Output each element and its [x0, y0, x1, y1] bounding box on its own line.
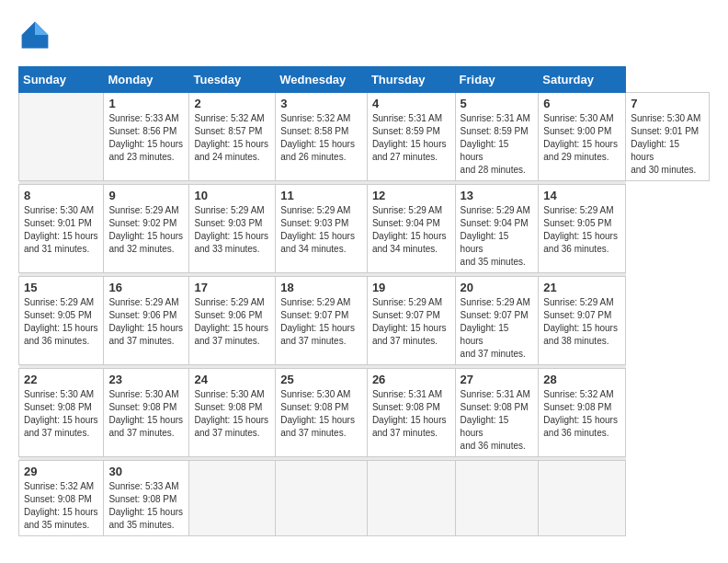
day-info: Sunrise: 5:29 AMSunset: 9:07 PMDaylight:… — [461, 296, 534, 361]
day-number: 26 — [372, 373, 450, 386]
day-number: 28 — [543, 373, 620, 386]
calendar-day: 7Sunrise: 5:30 AMSunset: 9:01 PMDaylight… — [626, 93, 710, 181]
day-info: Sunrise: 5:30 AMSunset: 9:08 PMDaylight:… — [194, 388, 270, 440]
day-info: Sunrise: 5:29 AMSunset: 9:02 PMDaylight:… — [108, 204, 184, 256]
day-info: Sunrise: 5:29 AMSunset: 9:03 PMDaylight:… — [194, 204, 270, 256]
calendar-day: 25Sunrise: 5:30 AMSunset: 9:08 PMDayligh… — [276, 369, 368, 457]
column-header-monday: Monday — [104, 67, 189, 93]
calendar-day: 6Sunrise: 5:30 AMSunset: 9:00 PMDaylight… — [539, 93, 626, 181]
calendar-day — [539, 461, 626, 536]
calendar-day: 2Sunrise: 5:32 AMSunset: 8:57 PMDaylight… — [189, 93, 276, 181]
day-info: Sunrise: 5:32 AMSunset: 8:58 PMDaylight:… — [280, 112, 362, 164]
day-info: Sunrise: 5:31 AMSunset: 8:59 PMDaylight:… — [372, 112, 450, 164]
day-info: Sunrise: 5:30 AMSunset: 9:01 PMDaylight:… — [631, 112, 704, 177]
day-number: 14 — [543, 189, 620, 202]
day-number: 23 — [108, 373, 184, 386]
day-info: Sunrise: 5:31 AMSunset: 9:08 PMDaylight:… — [461, 388, 534, 453]
day-number: 15 — [24, 281, 98, 294]
day-number: 30 — [108, 465, 184, 478]
calendar-day — [19, 93, 104, 181]
day-number: 16 — [108, 281, 184, 294]
calendar-day: 24Sunrise: 5:30 AMSunset: 9:08 PMDayligh… — [189, 369, 276, 457]
day-number: 20 — [461, 281, 534, 294]
day-number: 29 — [24, 465, 98, 478]
calendar-day: 29Sunrise: 5:32 AMSunset: 9:08 PMDayligh… — [19, 461, 104, 536]
day-info: Sunrise: 5:33 AMSunset: 8:56 PMDaylight:… — [108, 112, 184, 164]
calendar-day: 16Sunrise: 5:29 AMSunset: 9:06 PMDayligh… — [104, 277, 189, 365]
day-info: Sunrise: 5:30 AMSunset: 9:01 PMDaylight:… — [24, 204, 98, 256]
calendar-day: 20Sunrise: 5:29 AMSunset: 9:07 PMDayligh… — [455, 277, 539, 365]
day-number: 19 — [372, 281, 450, 294]
day-number: 18 — [280, 281, 362, 294]
day-number: 11 — [280, 189, 362, 202]
page-header — [18, 18, 710, 52]
calendar-day: 19Sunrise: 5:29 AMSunset: 9:07 PMDayligh… — [367, 277, 455, 365]
calendar-day: 1Sunrise: 5:33 AMSunset: 8:56 PMDaylight… — [104, 93, 189, 181]
day-info: Sunrise: 5:29 AMSunset: 9:05 PMDaylight:… — [24, 296, 98, 348]
day-info: Sunrise: 5:29 AMSunset: 9:06 PMDaylight:… — [108, 296, 184, 348]
day-number: 24 — [194, 373, 270, 386]
day-info: Sunrise: 5:30 AMSunset: 9:08 PMDaylight:… — [108, 388, 184, 440]
day-number: 5 — [461, 97, 534, 110]
day-info: Sunrise: 5:29 AMSunset: 9:07 PMDaylight:… — [543, 296, 620, 348]
column-header-wednesday: Wednesday — [276, 67, 368, 93]
calendar-day: 23Sunrise: 5:30 AMSunset: 9:08 PMDayligh… — [104, 369, 189, 457]
calendar-day: 18Sunrise: 5:29 AMSunset: 9:07 PMDayligh… — [276, 277, 368, 365]
calendar-week-row: 29Sunrise: 5:32 AMSunset: 9:08 PMDayligh… — [19, 461, 710, 536]
calendar-day: 28Sunrise: 5:32 AMSunset: 9:08 PMDayligh… — [539, 369, 626, 457]
day-info: Sunrise: 5:29 AMSunset: 9:04 PMDaylight:… — [461, 204, 534, 269]
day-info: Sunrise: 5:32 AMSunset: 9:08 PMDaylight:… — [543, 388, 620, 440]
day-number: 1 — [108, 97, 184, 110]
calendar-day: 15Sunrise: 5:29 AMSunset: 9:05 PMDayligh… — [19, 277, 104, 365]
calendar-day: 22Sunrise: 5:30 AMSunset: 9:08 PMDayligh… — [19, 369, 104, 457]
day-info: Sunrise: 5:29 AMSunset: 9:07 PMDaylight:… — [280, 296, 362, 348]
calendar-day: 27Sunrise: 5:31 AMSunset: 9:08 PMDayligh… — [455, 369, 539, 457]
day-info: Sunrise: 5:32 AMSunset: 8:57 PMDaylight:… — [194, 112, 270, 164]
calendar-day: 11Sunrise: 5:29 AMSunset: 9:03 PMDayligh… — [276, 185, 368, 273]
day-number: 22 — [24, 373, 98, 386]
column-header-sunday: Sunday — [19, 67, 104, 93]
day-info: Sunrise: 5:33 AMSunset: 9:08 PMDaylight:… — [108, 480, 184, 532]
day-number: 27 — [461, 373, 534, 386]
calendar-table: SundayMondayTuesdayWednesdayThursdayFrid… — [18, 66, 710, 536]
calendar-week-row: 22Sunrise: 5:30 AMSunset: 9:08 PMDayligh… — [19, 369, 710, 457]
day-info: Sunrise: 5:29 AMSunset: 9:05 PMDaylight:… — [543, 204, 620, 256]
day-number: 9 — [108, 189, 184, 202]
calendar-day: 17Sunrise: 5:29 AMSunset: 9:06 PMDayligh… — [189, 277, 276, 365]
calendar-day: 13Sunrise: 5:29 AMSunset: 9:04 PMDayligh… — [455, 185, 539, 273]
calendar-week-row: 15Sunrise: 5:29 AMSunset: 9:05 PMDayligh… — [19, 277, 710, 365]
logo-icon — [18, 18, 51, 52]
svg-marker-1 — [35, 22, 48, 35]
day-number: 21 — [543, 281, 620, 294]
day-info: Sunrise: 5:30 AMSunset: 9:00 PMDaylight:… — [543, 112, 620, 164]
day-number: 12 — [372, 189, 450, 202]
calendar-day: 26Sunrise: 5:31 AMSunset: 9:08 PMDayligh… — [367, 369, 455, 457]
day-number: 7 — [631, 97, 704, 110]
day-number: 3 — [280, 97, 362, 110]
calendar-day: 14Sunrise: 5:29 AMSunset: 9:05 PMDayligh… — [539, 185, 626, 273]
calendar-day: 21Sunrise: 5:29 AMSunset: 9:07 PMDayligh… — [539, 277, 626, 365]
column-header-saturday: Saturday — [539, 67, 626, 93]
calendar-day — [276, 461, 368, 536]
calendar-day: 3Sunrise: 5:32 AMSunset: 8:58 PMDaylight… — [276, 93, 368, 181]
day-info: Sunrise: 5:29 AMSunset: 9:04 PMDaylight:… — [372, 204, 450, 256]
day-number: 6 — [543, 97, 620, 110]
day-info: Sunrise: 5:29 AMSunset: 9:07 PMDaylight:… — [372, 296, 450, 348]
calendar-day: 30Sunrise: 5:33 AMSunset: 9:08 PMDayligh… — [104, 461, 189, 536]
calendar-header-row: SundayMondayTuesdayWednesdayThursdayFrid… — [19, 67, 710, 93]
day-number: 13 — [461, 189, 534, 202]
calendar-day — [367, 461, 455, 536]
calendar-day — [189, 461, 276, 536]
column-header-friday: Friday — [455, 67, 539, 93]
day-number: 4 — [372, 97, 450, 110]
column-header-thursday: Thursday — [367, 67, 455, 93]
calendar-day — [455, 461, 539, 536]
day-info: Sunrise: 5:31 AMSunset: 8:59 PMDaylight:… — [461, 112, 534, 177]
day-info: Sunrise: 5:29 AMSunset: 9:06 PMDaylight:… — [194, 296, 270, 348]
day-info: Sunrise: 5:31 AMSunset: 9:08 PMDaylight:… — [372, 388, 450, 440]
day-number: 2 — [194, 97, 270, 110]
calendar-week-row: 1Sunrise: 5:33 AMSunset: 8:56 PMDaylight… — [19, 93, 710, 181]
day-info: Sunrise: 5:29 AMSunset: 9:03 PMDaylight:… — [280, 204, 362, 256]
calendar-day: 4Sunrise: 5:31 AMSunset: 8:59 PMDaylight… — [367, 93, 455, 181]
day-info: Sunrise: 5:30 AMSunset: 9:08 PMDaylight:… — [24, 388, 98, 440]
